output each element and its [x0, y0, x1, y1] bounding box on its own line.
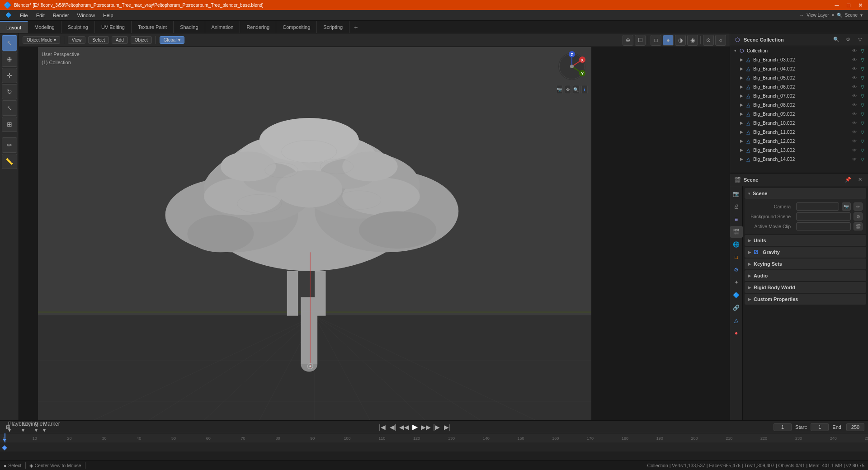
bg-scene-pick-btn[interactable]: ⚙ [854, 212, 863, 221]
prop-tab-modifier[interactable]: ⚙ [730, 264, 743, 276]
eye-icon[interactable]: 👁 [851, 65, 858, 72]
properties-pin-btn[interactable]: 📌 [844, 175, 853, 184]
tab-texture-paint[interactable]: Texture Paint [132, 21, 174, 33]
eye-icon[interactable]: 👁 [851, 128, 858, 136]
camera-edit-btn[interactable]: ✏ [854, 202, 863, 211]
minimize-button[interactable]: ─ [833, 1, 841, 9]
gravity-section-header[interactable]: ▶ ☑ Gravity [745, 247, 866, 258]
outliner-row-branch-06[interactable]: ▶ △ Big_Branch_06.002 👁 ▽ [730, 82, 868, 91]
keying-menu-btn[interactable]: Keying ▾ [25, 423, 34, 432]
snap-btn[interactable]: ⊙ [703, 35, 714, 46]
tri-icon[interactable]: ▽ [859, 74, 866, 81]
add-workspace-button[interactable]: + [349, 21, 362, 33]
properties-close-btn[interactable]: ✕ [855, 175, 864, 184]
eye-icon[interactable]: 👁 [851, 101, 858, 108]
scene-section-header[interactable]: ▾ Scene [745, 188, 866, 199]
prop-tab-render[interactable]: 📷 [730, 188, 743, 200]
rigid-body-world-section-header[interactable]: ▶ Rigid Body World [745, 282, 866, 293]
outliner-row-branch-03[interactable]: ▶ △ Big_Branch_03.002 👁 ▽ [730, 55, 868, 64]
tab-scripting[interactable]: Scripting [317, 21, 349, 33]
proportional-btn[interactable]: ○ [715, 35, 726, 46]
camera-view-icon[interactable]: i [581, 85, 588, 94]
tri-icon[interactable]: ▽ [859, 56, 866, 63]
solid-mode-btn[interactable]: ● [663, 35, 674, 46]
eye-icon[interactable]: 👁 [851, 110, 858, 118]
view-menu-button[interactable]: View [68, 36, 86, 44]
marker-menu-btn[interactable]: Marker ▾ [47, 423, 56, 432]
eye-icon[interactable]: 👁 [851, 83, 858, 90]
triangle-icon[interactable]: ▽ [859, 47, 866, 54]
menu-edit[interactable]: Edit [33, 12, 48, 19]
tri-icon[interactable]: ▽ [859, 146, 866, 154]
audio-section-header[interactable]: ▶ Audio [745, 270, 866, 281]
viewport-3d[interactable]: User Perspective (1) Collection X Y [38, 47, 591, 420]
play-button[interactable]: ▶ [410, 423, 420, 432]
tab-modeling[interactable]: Modeling [28, 21, 61, 33]
eye-icon[interactable]: 👁 [851, 47, 858, 54]
gravity-checkbox[interactable]: ☑ [754, 249, 758, 255]
outliner-row-branch-08[interactable]: ▶ △ Big_Branch_08.002 👁 ▽ [730, 100, 868, 109]
expand-icon[interactable]: ▶ [738, 120, 745, 126]
select-tool-button[interactable]: ↖ [2, 35, 17, 51]
outliner-row-collection[interactable]: ▾ ⬡ Collection 👁 ▽ [730, 46, 868, 55]
add-menu-button[interactable]: Add [112, 36, 128, 44]
prop-tab-world[interactable]: 🌐 [730, 239, 743, 250]
menu-window[interactable]: Window [74, 12, 99, 19]
tri-icon[interactable]: ▽ [859, 119, 866, 127]
tri-icon[interactable]: ▽ [859, 65, 866, 72]
tab-compositing[interactable]: Compositing [276, 21, 317, 33]
outliner-row-branch-04[interactable]: ▶ △ Big_Branch_04.002 👁 ▽ [730, 64, 868, 73]
menu-render[interactable]: Render [49, 12, 73, 19]
expand-icon[interactable]: ▶ [738, 129, 745, 135]
outliner-content[interactable]: ▾ ⬡ Collection 👁 ▽ ▶ △ Big_Branch_03.002… [730, 46, 868, 173]
outliner-row-branch-12[interactable]: ▶ △ Big_Branch_12.002 👁 ▽ [730, 136, 868, 146]
outliner-filter-btn[interactable]: 🔍 [832, 35, 841, 44]
camera-pick-btn[interactable]: 📷 [842, 202, 851, 211]
expand-icon[interactable]: ▾ [732, 47, 738, 54]
eye-icon[interactable]: 👁 [851, 146, 858, 154]
tri-icon[interactable]: ▽ [859, 92, 866, 99]
move-tool-button[interactable]: ✛ [2, 68, 17, 83]
tab-sculpting[interactable]: Sculpting [61, 21, 95, 33]
expand-icon[interactable]: ▶ [738, 56, 745, 63]
xray-btn[interactable]: ☐ [635, 35, 646, 46]
object-mode-dropdown[interactable]: Object Mode ▾ [23, 36, 60, 44]
close-button[interactable]: ✕ [856, 1, 864, 9]
background-scene-value[interactable] [796, 212, 851, 221]
prop-tab-view-layer[interactable]: ≡ [730, 213, 743, 225]
prop-tab-particles[interactable]: ✦ [730, 277, 743, 288]
tab-shading[interactable]: Shading [174, 21, 205, 33]
tab-layout[interactable]: Layout [0, 21, 28, 33]
rotate-tool-button[interactable]: ↻ [2, 84, 17, 99]
jump-to-prev-btn[interactable]: ◀| [389, 423, 398, 432]
keying-sets-section-header[interactable]: ▶ Keying Sets [745, 258, 866, 269]
expand-icon[interactable]: ▶ [738, 111, 745, 117]
material-mode-btn[interactable]: ◑ [675, 35, 686, 46]
tri-icon[interactable]: ▽ [859, 128, 866, 136]
tab-animation[interactable]: Animation [205, 21, 241, 33]
wireframe-mode-btn[interactable]: □ [651, 35, 661, 46]
prop-tab-scene[interactable]: 🎬 [730, 226, 743, 238]
step-backward-btn[interactable]: ◀◀ [400, 423, 409, 432]
outliner-row-branch-07[interactable]: ▶ △ Big_Branch_07.002 👁 ▽ [730, 91, 868, 100]
prop-tab-material[interactable]: ● [730, 327, 743, 339]
annotate-tool-button[interactable]: ✏ [2, 137, 17, 153]
eye-icon[interactable]: 👁 [851, 56, 858, 63]
units-section-header[interactable]: ▶ Units [745, 235, 866, 246]
expand-icon[interactable]: ▶ [738, 84, 745, 90]
outliner-filter2-btn[interactable]: ▽ [855, 35, 864, 44]
eye-icon[interactable]: 👁 [851, 119, 858, 127]
eye-icon[interactable]: 👁 [851, 137, 858, 145]
tri-icon[interactable]: ▽ [859, 83, 866, 90]
viewport-shading-solid[interactable]: Global▾ [160, 36, 184, 44]
tri-icon[interactable]: ▽ [859, 110, 866, 118]
prop-tab-physics[interactable]: 🔷 [730, 289, 743, 301]
timeline-track[interactable]: 0 10 20 30 40 50 60 70 80 90 100 110 120… [0, 433, 868, 451]
jump-to-start-btn[interactable]: |◀ [378, 423, 387, 432]
expand-icon[interactable]: ▶ [738, 75, 745, 81]
move-view-icon[interactable]: ✥ [565, 85, 571, 94]
tri-icon[interactable]: ▽ [859, 101, 866, 108]
navigation-gizmo[interactable]: X Y Z 📷 ✥ 🔍 i [556, 51, 588, 82]
expand-icon[interactable]: ▶ [738, 156, 745, 162]
menu-file[interactable]: File [16, 12, 32, 19]
